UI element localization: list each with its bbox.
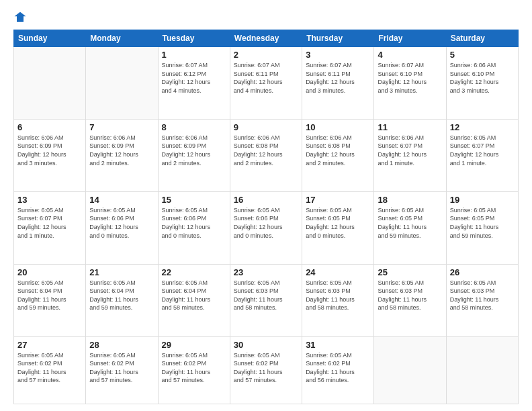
day-number: 25 (378, 267, 442, 277)
calendar-day-cell: 17Sunrise: 6:05 AM Sunset: 6:05 PM Dayli… (302, 191, 374, 264)
calendar-day-cell: 24Sunrise: 6:05 AM Sunset: 6:03 PM Dayli… (302, 264, 374, 336)
day-info: Sunrise: 6:06 AM Sunset: 6:09 PM Dayligh… (89, 134, 154, 167)
day-info: Sunrise: 6:06 AM Sunset: 6:08 PM Dayligh… (306, 134, 370, 167)
day-number: 9 (234, 122, 298, 132)
calendar-day-cell: 29Sunrise: 6:05 AM Sunset: 6:02 PM Dayli… (158, 336, 230, 404)
calendar-day-cell: 5Sunrise: 6:06 AM Sunset: 6:10 PM Daylig… (446, 47, 518, 120)
day-info: Sunrise: 6:05 AM Sunset: 6:02 PM Dayligh… (306, 351, 370, 385)
day-info: Sunrise: 6:05 AM Sunset: 6:03 PM Dayligh… (378, 279, 442, 312)
calendar-day-cell: 15Sunrise: 6:05 AM Sunset: 6:06 PM Dayli… (158, 191, 230, 264)
calendar-day-cell: 28Sunrise: 6:05 AM Sunset: 6:02 PM Dayli… (86, 336, 158, 404)
day-number: 29 (162, 340, 226, 350)
day-number: 8 (162, 122, 226, 132)
calendar-day-cell: 8Sunrise: 6:06 AM Sunset: 6:09 PM Daylig… (158, 119, 230, 191)
calendar-day-cell: 10Sunrise: 6:06 AM Sunset: 6:08 PM Dayli… (302, 119, 374, 191)
day-number: 10 (306, 122, 370, 132)
calendar-day-cell: 30Sunrise: 6:05 AM Sunset: 6:02 PM Dayli… (230, 336, 302, 404)
day-info: Sunrise: 6:05 AM Sunset: 6:04 PM Dayligh… (162, 279, 226, 312)
day-info: Sunrise: 6:06 AM Sunset: 6:07 PM Dayligh… (378, 134, 442, 167)
calendar-day-cell: 12Sunrise: 6:05 AM Sunset: 6:07 PM Dayli… (446, 119, 518, 191)
calendar-week-row: 1Sunrise: 6:07 AM Sunset: 6:12 PM Daylig… (14, 47, 519, 120)
calendar-day-cell: 19Sunrise: 6:05 AM Sunset: 6:05 PM Dayli… (446, 191, 518, 264)
day-number: 13 (17, 195, 82, 205)
day-of-week-header: Wednesday (230, 30, 302, 47)
calendar-day-cell: 2Sunrise: 6:07 AM Sunset: 6:11 PM Daylig… (230, 47, 302, 120)
calendar-day-cell: 6Sunrise: 6:06 AM Sunset: 6:09 PM Daylig… (14, 119, 86, 191)
day-number: 19 (450, 195, 515, 205)
calendar-day-cell: 23Sunrise: 6:05 AM Sunset: 6:03 PM Dayli… (230, 264, 302, 336)
calendar-week-row: 20Sunrise: 6:05 AM Sunset: 6:04 PM Dayli… (14, 264, 519, 336)
calendar-day-cell: 25Sunrise: 6:05 AM Sunset: 6:03 PM Dayli… (374, 264, 446, 336)
day-number: 1 (162, 50, 226, 60)
day-info: Sunrise: 6:05 AM Sunset: 6:06 PM Dayligh… (234, 206, 298, 240)
day-number: 24 (306, 267, 370, 277)
day-info: Sunrise: 6:07 AM Sunset: 6:10 PM Dayligh… (378, 61, 442, 95)
day-of-week-header: Tuesday (158, 30, 230, 47)
logo (13, 11, 30, 24)
day-of-week-header: Friday (374, 30, 446, 47)
day-number: 6 (17, 122, 82, 132)
day-info: Sunrise: 6:05 AM Sunset: 6:03 PM Dayligh… (306, 279, 370, 312)
calendar-week-row: 13Sunrise: 6:05 AM Sunset: 6:07 PM Dayli… (14, 191, 519, 264)
day-info: Sunrise: 6:06 AM Sunset: 6:09 PM Dayligh… (162, 134, 226, 167)
day-number: 26 (450, 267, 515, 277)
day-number: 31 (306, 340, 370, 350)
day-number: 23 (234, 267, 298, 277)
calendar-week-row: 27Sunrise: 6:05 AM Sunset: 6:02 PM Dayli… (14, 336, 519, 404)
day-info: Sunrise: 6:06 AM Sunset: 6:09 PM Dayligh… (17, 134, 82, 167)
day-info: Sunrise: 6:05 AM Sunset: 6:03 PM Dayligh… (234, 279, 298, 312)
day-info: Sunrise: 6:05 AM Sunset: 6:02 PM Dayligh… (89, 351, 154, 385)
day-number: 20 (17, 267, 82, 277)
day-number: 12 (450, 122, 515, 132)
day-number: 4 (378, 50, 442, 60)
calendar: SundayMondayTuesdayWednesdayThursdayFrid… (13, 30, 519, 404)
day-info: Sunrise: 6:05 AM Sunset: 6:02 PM Dayligh… (234, 351, 298, 385)
page: SundayMondayTuesdayWednesdayThursdayFrid… (0, 0, 532, 411)
calendar-header-row: SundayMondayTuesdayWednesdayThursdayFrid… (14, 30, 519, 47)
day-info: Sunrise: 6:05 AM Sunset: 6:04 PM Dayligh… (17, 279, 82, 312)
day-number: 7 (89, 122, 154, 132)
day-number: 21 (89, 267, 154, 277)
calendar-day-cell (374, 336, 446, 404)
day-of-week-header: Thursday (302, 30, 374, 47)
day-of-week-header: Monday (86, 30, 158, 47)
day-info: Sunrise: 6:05 AM Sunset: 6:02 PM Dayligh… (17, 351, 82, 385)
day-info: Sunrise: 6:05 AM Sunset: 6:07 PM Dayligh… (17, 206, 82, 240)
calendar-day-cell: 7Sunrise: 6:06 AM Sunset: 6:09 PM Daylig… (86, 119, 158, 191)
day-info: Sunrise: 6:07 AM Sunset: 6:12 PM Dayligh… (162, 61, 226, 95)
svg-marker-0 (15, 12, 26, 22)
day-info: Sunrise: 6:06 AM Sunset: 6:10 PM Dayligh… (450, 61, 515, 95)
calendar-day-cell: 3Sunrise: 6:07 AM Sunset: 6:11 PM Daylig… (302, 47, 374, 120)
day-number: 14 (89, 195, 154, 205)
day-number: 15 (162, 195, 226, 205)
calendar-day-cell: 14Sunrise: 6:05 AM Sunset: 6:06 PM Dayli… (86, 191, 158, 264)
day-number: 27 (17, 340, 82, 350)
logo-icon (13, 11, 27, 24)
day-info: Sunrise: 6:05 AM Sunset: 6:02 PM Dayligh… (162, 351, 226, 385)
day-number: 22 (162, 267, 226, 277)
day-info: Sunrise: 6:06 AM Sunset: 6:08 PM Dayligh… (234, 134, 298, 167)
calendar-day-cell: 1Sunrise: 6:07 AM Sunset: 6:12 PM Daylig… (158, 47, 230, 120)
day-number: 3 (306, 50, 370, 60)
day-of-week-header: Saturday (446, 30, 518, 47)
day-info: Sunrise: 6:07 AM Sunset: 6:11 PM Dayligh… (234, 61, 298, 95)
day-number: 17 (306, 195, 370, 205)
calendar-day-cell: 9Sunrise: 6:06 AM Sunset: 6:08 PM Daylig… (230, 119, 302, 191)
calendar-day-cell: 4Sunrise: 6:07 AM Sunset: 6:10 PM Daylig… (374, 47, 446, 120)
calendar-day-cell: 31Sunrise: 6:05 AM Sunset: 6:02 PM Dayli… (302, 336, 374, 404)
calendar-day-cell: 21Sunrise: 6:05 AM Sunset: 6:04 PM Dayli… (86, 264, 158, 336)
calendar-day-cell (86, 47, 158, 120)
calendar-day-cell: 13Sunrise: 6:05 AM Sunset: 6:07 PM Dayli… (14, 191, 86, 264)
calendar-day-cell: 20Sunrise: 6:05 AM Sunset: 6:04 PM Dayli… (14, 264, 86, 336)
day-number: 16 (234, 195, 298, 205)
day-info: Sunrise: 6:05 AM Sunset: 6:06 PM Dayligh… (162, 206, 226, 240)
day-number: 2 (234, 50, 298, 60)
day-info: Sunrise: 6:05 AM Sunset: 6:06 PM Dayligh… (89, 206, 154, 240)
calendar-day-cell: 18Sunrise: 6:05 AM Sunset: 6:05 PM Dayli… (374, 191, 446, 264)
calendar-day-cell (14, 47, 86, 120)
day-info: Sunrise: 6:07 AM Sunset: 6:11 PM Dayligh… (306, 61, 370, 95)
day-number: 5 (450, 50, 515, 60)
day-number: 18 (378, 195, 442, 205)
day-of-week-header: Sunday (14, 30, 86, 47)
day-info: Sunrise: 6:05 AM Sunset: 6:07 PM Dayligh… (450, 134, 515, 167)
